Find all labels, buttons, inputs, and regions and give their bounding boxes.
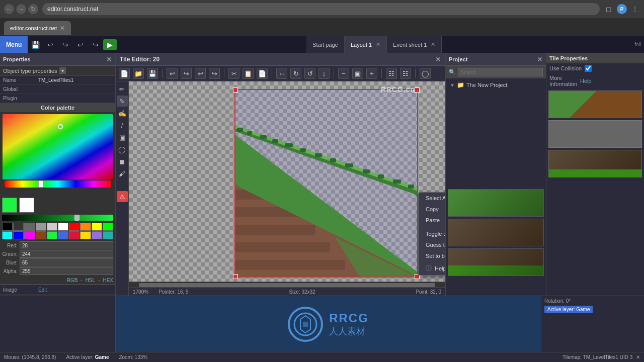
address-bar[interactable]: editor.construct.net [42,3,600,15]
color-swatch[interactable] [2,223,13,231]
pen-tool[interactable]: ✎ [117,96,128,107]
color-swatch[interactable] [80,231,91,239]
cut-button[interactable]: ✂ [228,68,239,79]
oval-tool[interactable]: ◯ [117,144,128,155]
use-collision-checkbox[interactable] [585,65,592,72]
rgb-link[interactable]: RGB [67,278,78,283]
eyedropper-tool[interactable]: 🖌 [117,168,128,179]
line-tool[interactable]: / [117,120,128,131]
color-swatch[interactable] [69,223,79,231]
color-swatch[interactable] [58,231,68,239]
context-select-all[interactable]: Select All [419,193,445,204]
hue-slider[interactable] [5,180,111,188]
context-copy[interactable]: Copy [419,204,445,215]
tilemap-close-button[interactable]: ✕ [636,354,640,360]
properties-close-button[interactable]: ✕ [106,55,112,63]
circle-tool-button[interactable]: ◯ [420,68,431,79]
browser-tab[interactable]: editor.construct.net ✕ [4,21,71,35]
color-swatch[interactable] [13,223,24,231]
color-swatch[interactable] [69,231,79,239]
redo-button[interactable]: ↪ [58,36,73,53]
project-panel-close[interactable]: ✕ [537,55,543,63]
tab-event-sheet1[interactable]: Event sheet 1 ✕ [387,36,442,53]
tile-canvas-area[interactable]: Select All Copy Paste Toggle collision p… [129,81,445,282]
color-swatch[interactable] [103,223,113,231]
tree-item-project[interactable]: ▼ 📁 The New Project [448,80,544,89]
alpha-input[interactable] [20,267,113,275]
new-file-button[interactable]: 📄 [119,68,130,79]
tab-start-page[interactable]: Start page [306,36,345,53]
color-swatch[interactable] [36,223,46,231]
redo2-button[interactable]: ↪ [88,36,103,53]
play-button[interactable]: ▶ [103,39,117,50]
help-link[interactable]: Help [580,78,592,84]
zoom-fit-button[interactable]: ▣ [352,68,363,79]
extensions-button[interactable]: ◻ [604,4,614,14]
fill-tool[interactable]: ◼ [117,156,128,167]
prop-image-value[interactable]: Edit [38,287,112,293]
select-tool[interactable]: ✏ [117,83,128,95]
undo2-button[interactable]: ↩ [73,36,88,53]
tab-close-button[interactable]: ✕ [60,25,65,32]
color-swatch[interactable] [24,223,35,231]
menu-button[interactable]: Menu [0,36,28,53]
open-file-button[interactable]: 📁 [133,68,144,79]
toolbar-undo-button[interactable]: ↩ [167,68,178,79]
save-button[interactable]: 💾 [28,36,43,53]
color-swatch[interactable] [92,223,102,231]
rect-tool[interactable]: ▣ [117,132,128,143]
settings-button[interactable]: ⋮ [630,4,640,14]
rotate-ccw-button[interactable]: ↻ [290,68,301,79]
color-wheel-container[interactable] [3,114,113,195]
color-swatch[interactable] [103,231,113,239]
zoom-out-button[interactable]: − [338,68,349,79]
color-swatch[interactable] [80,223,91,231]
forward-button[interactable]: → [16,4,26,14]
copy-button[interactable]: 📋 [243,68,254,79]
flip-h-button[interactable]: ↔ [276,68,287,79]
tab-event-close[interactable]: ✕ [431,41,435,48]
context-paste[interactable]: Paste [419,215,445,226]
red-input[interactable] [20,241,113,249]
color-swatch[interactable] [36,231,46,239]
horizontal-scrollbar[interactable] [129,282,445,288]
profile-button[interactable]: P [617,4,627,14]
rotate-cw-button[interactable]: ↺ [304,68,315,79]
object-type-dropdown[interactable]: ▾ [59,67,66,74]
back-button[interactable]: ← [4,4,14,14]
warning-tool[interactable]: ⚠ [117,191,128,202]
tile-editor-close-button[interactable]: ✕ [435,55,441,63]
grid-snap-button[interactable]: ☷ [386,68,397,79]
color-swatch[interactable] [2,231,13,239]
color-swatch[interactable] [58,223,68,231]
zoom-in-button[interactable]: + [366,68,377,79]
toolbar-redo2-button[interactable]: ↪ [209,68,220,79]
color-swatch[interactable] [47,223,57,231]
color-swatch[interactable] [92,231,102,239]
undo-button[interactable]: ↩ [43,36,58,53]
color-swatch[interactable] [24,231,35,239]
toolbar-undo2-button[interactable]: ↩ [195,68,206,79]
color-swatch[interactable] [13,231,24,239]
layer-slider[interactable] [2,215,113,221]
refresh-button[interactable]: ↻ [28,4,38,14]
color-wheel[interactable] [3,114,113,179]
context-help-collision[interactable]: ⓘ Help on collision polygons [419,261,445,275]
project-search-input[interactable] [458,68,543,76]
grid-settings-button[interactable]: ☷ [400,68,411,79]
tab-layout1[interactable]: Layout 1 ✕ [345,36,387,53]
green-input[interactable] [20,250,113,258]
save-file-button[interactable]: 💾 [147,68,158,79]
paste-button[interactable]: 📄 [257,68,268,79]
hex-link[interactable]: HEX [103,278,113,283]
blue-input[interactable] [20,258,113,266]
flip-v-button[interactable]: ↕ [318,68,330,79]
eraser-tool[interactable]: ✍ [117,108,128,119]
scrollbar-thumb[interactable] [139,283,435,287]
color-swatch-green[interactable] [47,231,57,239]
hsl-link[interactable]: HSL [86,278,95,283]
context-bounding-box[interactable]: Set to bounding box [419,250,445,261]
toolbar-redo-button[interactable]: ↪ [181,68,192,79]
tab-layout1-close[interactable]: ✕ [376,41,380,48]
context-guess-polygon[interactable]: Guess the polygon shape [419,239,445,250]
